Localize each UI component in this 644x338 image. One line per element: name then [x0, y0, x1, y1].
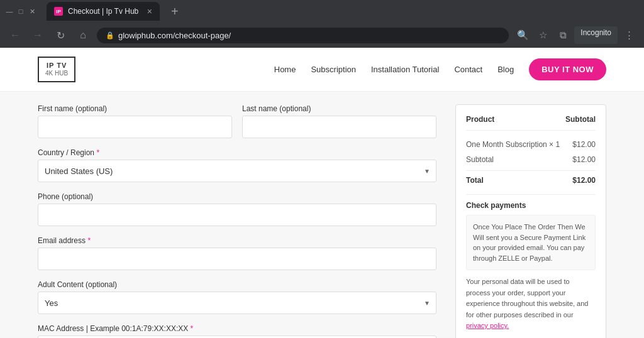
phone-input[interactable]: [38, 204, 436, 226]
site-logo: IP TV 4K HUB: [38, 57, 75, 82]
phone-label: Phone (optional): [38, 192, 436, 201]
last-name-input[interactable]: [242, 116, 436, 138]
order-summary: Product Subtotal One Month Subscription …: [455, 104, 606, 338]
total-label: Total: [466, 176, 484, 185]
forward-button[interactable]: →: [29, 26, 47, 44]
country-label: Country / Region *: [38, 148, 436, 157]
bookmark-icon-btn[interactable]: ☆: [534, 26, 552, 44]
buy-it-now-button[interactable]: BUY IT NOW: [529, 58, 606, 80]
first-name-input[interactable]: [38, 116, 232, 138]
subtotal-value: $12.00: [572, 155, 596, 164]
window-minimize-btn[interactable]: —: [5, 7, 14, 16]
logo-line1: IP TV: [45, 62, 68, 70]
last-name-label: Last name (optional): [242, 104, 436, 113]
name-row: First name (optional) Last name (optiona…: [38, 104, 436, 138]
item-name: One Month Subscription × 1: [466, 140, 560, 149]
total-value: $12.00: [572, 176, 596, 185]
privacy-policy-link[interactable]: privacy policy.: [466, 322, 509, 329]
page-body: First name (optional) Last name (optiona…: [0, 92, 644, 338]
email-label: Email address *: [38, 236, 436, 245]
browser-toolbar: ← → ↻ ⌂ 🔒 glowiphub.com/checkout-page/ 🔍…: [0, 23, 644, 48]
nav-subscription[interactable]: Subscription: [311, 65, 356, 74]
menu-icon-btn[interactable]: ⋮: [620, 26, 638, 44]
country-select[interactable]: United States (US): [38, 160, 436, 182]
extensions-icon-btn[interactable]: ⧉: [554, 26, 572, 44]
window-close-btn[interactable]: ✕: [28, 7, 36, 16]
search-icon-btn[interactable]: 🔍: [514, 26, 531, 44]
mac-address-group: MAC Address | Example 00:1A:79:XX:XX:XX …: [38, 324, 436, 338]
nav-links: Home Subscription Installation Tutorial …: [274, 58, 606, 80]
personal-data-note: Your personal data will be used to proce…: [466, 276, 596, 332]
page-wrapper: IP TV 4K HUB Home Subscription Installat…: [0, 48, 644, 338]
adult-content-select[interactable]: Yes: [38, 292, 436, 314]
email-group: Email address *: [38, 236, 436, 270]
order-item-row: One Month Subscription × 1 $12.00: [466, 137, 596, 152]
nav-contact[interactable]: Contact: [454, 65, 482, 74]
payment-title: Check payments: [466, 201, 596, 210]
nav-blog[interactable]: Blog: [497, 65, 514, 74]
checkout-form: First name (optional) Last name (optiona…: [38, 104, 436, 338]
lock-icon: 🔒: [106, 31, 114, 40]
browser-tab[interactable]: IP Checkout | Ip Tv Hub ×: [47, 2, 160, 21]
first-name-group: First name (optional): [38, 104, 232, 138]
browser-titlebar: — □ ✕ IP Checkout | Ip Tv Hub × +: [0, 0, 644, 23]
nav-home[interactable]: Home: [274, 65, 296, 74]
adult-content-group: Adult Content (optional) Yes ▼: [38, 280, 436, 314]
mac-address-input[interactable]: [38, 335, 436, 338]
site-navbar: IP TV 4K HUB Home Subscription Installat…: [0, 48, 644, 92]
email-input[interactable]: [38, 248, 436, 270]
window-maximize-btn[interactable]: □: [16, 7, 25, 16]
order-header: Product Subtotal: [466, 115, 596, 131]
first-name-label: First name (optional): [38, 104, 232, 113]
incognito-badge: Incognito: [574, 26, 618, 44]
subtotal-row: Subtotal $12.00: [466, 152, 596, 167]
payment-info-box: Once You Place The Order Then We Will se…: [466, 215, 596, 270]
item-price: $12.00: [572, 140, 596, 149]
subtotal-label: Subtotal: [466, 155, 494, 164]
phone-group: Phone (optional): [38, 192, 436, 226]
country-group: Country / Region * United States (US) ▼: [38, 148, 436, 182]
payment-info-text: Once You Place The Order Then We Will se…: [473, 223, 586, 262]
order-divider: [466, 194, 596, 195]
toolbar-icons: 🔍 ☆ ⧉ Incognito ⋮: [514, 26, 638, 44]
tab-close-btn[interactable]: ×: [147, 6, 152, 16]
logo-line2: 4K HUB: [45, 70, 68, 77]
address-bar[interactable]: 🔒 glowiphub.com/checkout-page/: [97, 28, 509, 43]
personal-data-text: Your personal data will be used to proce…: [466, 278, 588, 319]
total-row: Total $12.00: [466, 170, 596, 188]
subtotal-header: Subtotal: [565, 115, 596, 124]
country-select-wrap: United States (US) ▼: [38, 160, 436, 182]
url-text: glowiphub.com/checkout-page/: [118, 31, 500, 40]
adult-content-label: Adult Content (optional): [38, 280, 436, 289]
tab-title: Checkout | Ip Tv Hub: [68, 7, 142, 16]
browser-window: — □ ✕ IP Checkout | Ip Tv Hub × + ← → ↻ …: [0, 0, 644, 48]
mac-address-label: MAC Address | Example 00:1A:79:XX:XX:XX …: [38, 324, 436, 333]
nav-installation[interactable]: Installation Tutorial: [371, 65, 439, 74]
adult-content-select-wrap: Yes ▼: [38, 292, 436, 314]
home-button[interactable]: ⌂: [74, 26, 92, 44]
new-tab-btn[interactable]: +: [167, 4, 182, 19]
order-box: Product Subtotal One Month Subscription …: [455, 104, 606, 338]
back-button[interactable]: ←: [6, 26, 24, 44]
tab-favicon: IP: [54, 7, 63, 16]
reload-button[interactable]: ↻: [52, 26, 69, 44]
last-name-group: Last name (optional): [242, 104, 436, 138]
product-header: Product: [466, 115, 494, 124]
